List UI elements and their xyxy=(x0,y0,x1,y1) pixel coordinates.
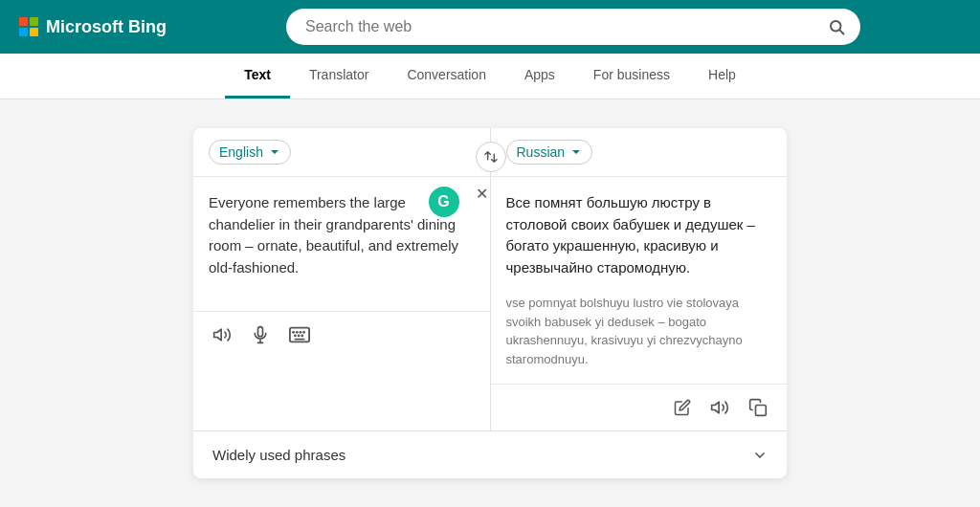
source-text: Everyone remembers the large chandelier … xyxy=(209,194,458,276)
transliteration-text: vse pomnyat bolshuyu lustro vie stolovay… xyxy=(506,294,772,368)
copy-icon xyxy=(748,398,768,417)
source-lang-select[interactable]: English xyxy=(209,140,291,165)
target-panel-footer xyxy=(491,384,788,430)
phrases-row[interactable]: Widely used phrases xyxy=(193,430,787,478)
expand-icon xyxy=(752,448,768,463)
grammarly-badge: G xyxy=(429,187,459,217)
search-bar xyxy=(286,9,860,45)
copy-button[interactable] xyxy=(745,394,771,421)
translator-panels: English G ✕ Everyone remembers the large… xyxy=(193,128,787,430)
search-button[interactable] xyxy=(813,9,860,45)
main-content: English G ✕ Everyone remembers the large… xyxy=(0,99,980,507)
speaker-button-target[interactable] xyxy=(706,394,733,421)
logo-text: Microsoft Bing xyxy=(46,17,167,37)
nav-item-translator[interactable]: Translator xyxy=(290,54,389,99)
keyboard-icon xyxy=(289,326,310,343)
search-icon xyxy=(828,18,845,35)
swap-icon xyxy=(483,149,499,165)
target-panel-header: Russian xyxy=(491,128,788,177)
nav-item-conversation[interactable]: Conversation xyxy=(388,54,505,99)
source-text-area[interactable]: G ✕ Everyone remembers the large chandel… xyxy=(193,177,490,311)
target-lang-select[interactable]: Russian xyxy=(506,140,593,165)
target-panel: Russian Все помнят большую люстру в стол… xyxy=(491,128,788,430)
logo[interactable]: Microsoft Bing xyxy=(19,17,167,37)
svg-rect-3 xyxy=(258,327,263,337)
mic-button[interactable] xyxy=(247,321,274,348)
nav-item-for-business[interactable]: For business xyxy=(574,54,689,99)
keyboard-button[interactable] xyxy=(285,322,314,347)
clear-button[interactable]: ✕ xyxy=(476,187,488,202)
translation-text: Все помнят большую люстру в столовой сво… xyxy=(506,194,755,276)
target-lang-label: Russian xyxy=(517,144,566,160)
svg-marker-15 xyxy=(712,402,720,413)
source-lang-label: English xyxy=(219,144,263,160)
swap-button[interactable] xyxy=(476,142,506,172)
source-panel-header: English xyxy=(193,128,490,177)
source-panel-footer xyxy=(193,311,490,358)
source-panel: English G ✕ Everyone remembers the large… xyxy=(193,128,491,430)
svg-line-1 xyxy=(839,30,843,33)
header: Microsoft Bing xyxy=(0,0,980,54)
chevron-down-icon-target xyxy=(570,146,582,158)
svg-rect-16 xyxy=(756,406,767,416)
nav-item-apps[interactable]: Apps xyxy=(505,54,574,99)
edit-button[interactable] xyxy=(670,395,695,420)
translator-card: English G ✕ Everyone remembers the large… xyxy=(193,128,787,478)
logo-grid xyxy=(19,17,38,36)
speaker-icon xyxy=(212,325,232,344)
search-input[interactable] xyxy=(286,9,860,45)
svg-marker-2 xyxy=(214,329,222,341)
nav-item-text[interactable]: Text xyxy=(225,54,290,99)
chevron-down-icon xyxy=(269,146,280,158)
nav-bar: Text Translator Conversation Apps For bu… xyxy=(0,54,980,99)
speaker-icon-target xyxy=(710,398,729,417)
mic-icon xyxy=(251,325,270,344)
translation-text-area: Все помнят большую люстру в столовой сво… xyxy=(491,177,788,384)
speaker-button-source[interactable] xyxy=(209,321,235,348)
edit-icon xyxy=(674,399,691,416)
phrases-label: Widely used phrases xyxy=(212,447,345,463)
nav-item-help[interactable]: Help xyxy=(689,54,755,99)
